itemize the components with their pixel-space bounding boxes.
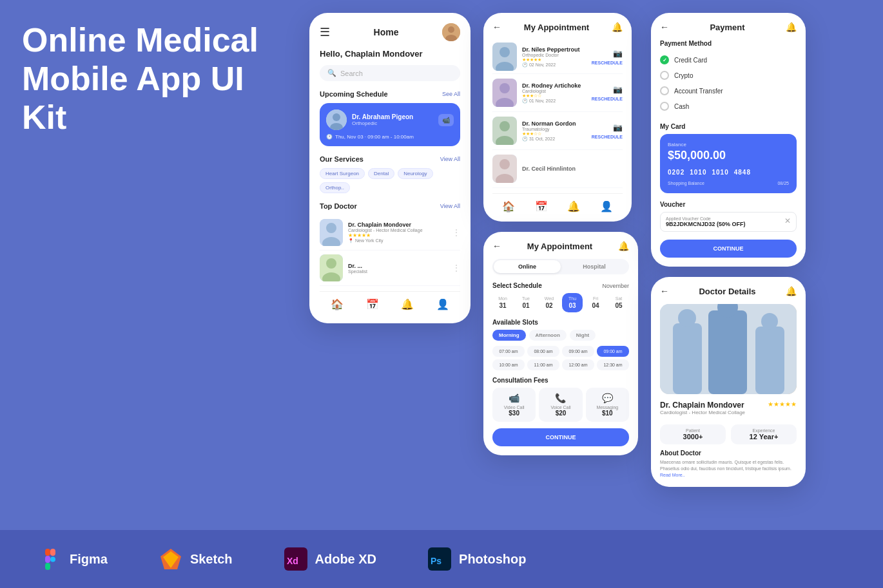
see-all-services[interactable]: View All	[440, 156, 460, 162]
time-slot-0[interactable]: 07:00 am	[492, 346, 525, 357]
time-slot-1[interactable]: 08:00 am	[527, 346, 559, 357]
radio-transfer	[660, 86, 669, 95]
doctor-details-back-btn[interactable]: ←	[660, 286, 669, 296]
svg-point-26	[678, 309, 696, 327]
chip-neuro[interactable]: Neurology	[398, 168, 432, 179]
schedule-card[interactable]: Dr. Abraham Pigeon Orthopedic 📹 🕐 Thu, N…	[320, 103, 460, 146]
voucher-input[interactable]: Applied Voucher Code 9B2JDKMCNJD32 (50% …	[660, 212, 797, 232]
slot-night[interactable]: Night	[570, 330, 596, 341]
appt-item-3[interactable]: Dr. Cecil Hinnlinton	[492, 150, 623, 188]
payment-crypto[interactable]: Crypto	[660, 68, 797, 83]
stat-experience-label: Experience	[735, 428, 793, 433]
cal-day-2[interactable]: Wed 02	[539, 293, 559, 312]
my-appt-continue-btn[interactable]: CONTINUE	[492, 428, 629, 446]
my-appt-notif-icon[interactable]: 🔔	[618, 241, 629, 251]
time-slot-4[interactable]: 10:00 am	[492, 359, 525, 370]
appt-nav-calendar[interactable]: 📅	[535, 200, 548, 213]
reschedule-btn-2[interactable]: RESCHEDULE	[592, 135, 623, 139]
payment-cash[interactable]: Cash	[660, 99, 797, 114]
svg-point-1	[448, 26, 454, 33]
sketch-item[interactable]: Sketch	[159, 547, 233, 571]
appt-item-1[interactable]: Dr. Rodney Artichoke Cardiologist ★★★☆☆ …	[492, 74, 623, 112]
camera-icon-1[interactable]: 📷	[613, 85, 623, 94]
nav-bell-icon[interactable]: 🔔	[401, 298, 414, 310]
appt-back-btn[interactable]: ←	[492, 22, 501, 32]
appt-nav-bell[interactable]: 🔔	[567, 200, 580, 213]
more-options-icon[interactable]: ⋮	[452, 228, 460, 237]
slot-morning[interactable]: Morning	[492, 330, 526, 341]
time-slot-7[interactable]: 12:30 am	[597, 359, 629, 370]
chip-heart[interactable]: Heart Surgeon	[320, 168, 365, 179]
time-slot-3[interactable]: 09:00 am	[597, 346, 629, 357]
top-doctor-card-2[interactable]: Dr. ... Specialist ⋮	[320, 251, 460, 286]
time-slot-2[interactable]: 09:00 am	[562, 346, 594, 357]
doctor-details-notif-icon[interactable]: 🔔	[786, 286, 797, 296]
nav-calendar-icon[interactable]: 📅	[366, 298, 379, 310]
home-title: Home	[374, 27, 399, 37]
appt-nav-home[interactable]: 🏠	[502, 200, 515, 213]
see-all-doctors[interactable]: View All	[440, 203, 460, 209]
chip-ortho[interactable]: Orthop..	[320, 182, 350, 193]
payment-title: Payment	[710, 23, 744, 32]
cal-day-4[interactable]: Fri 04	[585, 293, 606, 312]
menu-icon[interactable]: ☰	[320, 25, 330, 39]
ps-item[interactable]: Ps Photoshop	[428, 547, 526, 571]
doctor-details-screen: ← Doctor Details 🔔	[651, 277, 806, 487]
cal-day-5[interactable]: Sat 05	[608, 293, 629, 312]
voucher-clear-btn[interactable]: ✕	[784, 216, 791, 225]
appt-nav-profile[interactable]: 👤	[600, 200, 613, 213]
payment-credit-card[interactable]: Credit Card	[660, 52, 797, 68]
cal-day-1[interactable]: Tue 01	[516, 293, 536, 312]
slot-afternoon[interactable]: Afternoon	[529, 330, 567, 341]
cal-day-3[interactable]: Thu 03	[562, 293, 583, 312]
doctor-detail-info: Dr. Chaplain Mondover Cardiologist - Hec…	[660, 401, 745, 419]
appt-notif-icon[interactable]: 🔔	[612, 22, 623, 32]
camera-icon-0[interactable]: 📷	[613, 49, 623, 58]
my-appt-back-btn[interactable]: ←	[492, 241, 501, 251]
nav-home-icon[interactable]: 🏠	[331, 298, 344, 310]
doctor-specialty-2: Specialist	[348, 269, 447, 274]
camera-icon-2[interactable]: 📷	[613, 123, 623, 132]
payment-continue-btn[interactable]: CONTINUE	[660, 240, 797, 258]
fee-voice[interactable]: 📞 Voice Call $20	[539, 388, 582, 422]
radio-cash	[660, 102, 669, 111]
appt-spec-1: Cardiologist	[522, 89, 587, 93]
search-icon: 🔍	[327, 69, 336, 77]
payment-method-section: Payment Method Credit Card Crypto Accoun…	[660, 40, 797, 114]
reschedule-btn-0[interactable]: RESCHEDULE	[592, 61, 623, 65]
fee-video[interactable]: 📹 Video Call $30	[492, 388, 536, 422]
payment-transfer[interactable]: Account Transfer	[660, 83, 797, 99]
figma-item[interactable]: Figma	[39, 547, 108, 571]
voice-fee-icon: 📞	[541, 393, 579, 403]
top-doctor-card[interactable]: Dr. Chaplain Mondover Cardiologist - Hec…	[320, 215, 460, 251]
toggle-hospital[interactable]: Hospital	[561, 260, 628, 273]
read-more-link[interactable]: Read More..	[660, 473, 685, 477]
time-slot-5[interactable]: 11:00 am	[527, 359, 559, 370]
stats-row: Patient 3000+ Experience 12 Year+	[660, 424, 797, 444]
payment-back-btn[interactable]: ←	[660, 22, 669, 32]
time-slot-6[interactable]: 12:00 am	[562, 359, 594, 370]
appt-stars-1: ★★★☆☆	[522, 93, 587, 99]
upcoming-section-header: Upcoming Schedule See All	[320, 90, 460, 98]
crypto-label: Crypto	[674, 72, 693, 79]
reschedule-btn-1[interactable]: RESCHEDULE	[592, 97, 623, 101]
toggle-online[interactable]: Online	[494, 260, 561, 273]
cal-day-0[interactable]: Mon 31	[492, 293, 513, 312]
more-options-icon-2[interactable]: ⋮	[452, 263, 460, 272]
svg-rect-25	[673, 323, 702, 394]
payment-notif-icon[interactable]: 🔔	[786, 22, 797, 32]
appt-item-0[interactable]: Dr. Niles Peppertrout Orthopedic Doctor …	[492, 40, 623, 74]
search-bar[interactable]: 🔍 Search	[320, 65, 460, 81]
schedule-section-header: Select Schedule November	[492, 282, 629, 289]
xd-item[interactable]: Xd Adobe XD	[284, 547, 377, 571]
video-call-icon[interactable]: 📹	[438, 114, 454, 126]
nav-profile-icon[interactable]: 👤	[436, 298, 449, 310]
doctor-name-2: Dr. ...	[348, 263, 447, 269]
chip-dental[interactable]: Dental	[368, 168, 394, 179]
appt-item-2[interactable]: Dr. Norman Gordon Traumatology ★★★☆☆ 🕐 3…	[492, 112, 623, 150]
svg-rect-33	[45, 556, 50, 563]
see-all-upcoming[interactable]: See All	[442, 91, 460, 97]
fee-msg[interactable]: 💬 Messaging $10	[586, 388, 629, 422]
user-avatar[interactable]	[442, 23, 460, 41]
my-card-label: My Card	[660, 123, 797, 130]
